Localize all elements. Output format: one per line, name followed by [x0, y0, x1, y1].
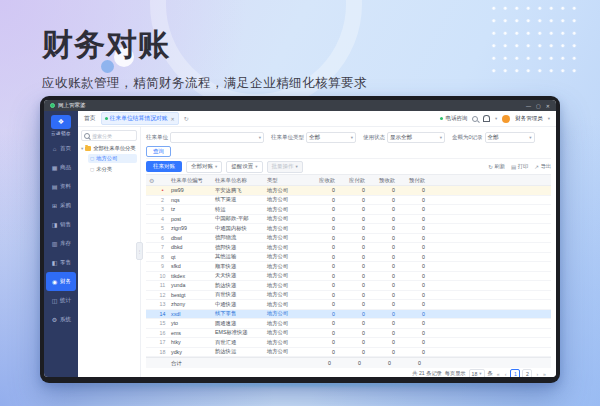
table-row[interactable]: •11 yunda 韵达快递 地方公司 0 0 0 0 — [146, 281, 551, 291]
panel-collapse-handle[interactable]: ⋮ — [136, 242, 143, 260]
summary-label: 合计 — [146, 360, 212, 367]
col-type[interactable]: 类型 — [264, 175, 308, 186]
prev-page-icon[interactable]: ‹ — [504, 371, 508, 377]
row-number-cell: •18 — [157, 347, 168, 357]
table-row[interactable]: •13 zhony 中通快递 地方公司 0 0 0 0 — [146, 300, 551, 310]
reconciliation-table: ⚙ 往来单位编号 往来单位名称 类型 应收款 应付款 预收款 预付款 — [146, 174, 551, 357]
unit-name-cell: 百世汇通 — [212, 338, 264, 348]
batch-actions-dropdown[interactable]: 批量操作 ▾ — [267, 161, 303, 173]
column-settings-gear-icon[interactable]: ⚙ — [146, 175, 157, 186]
payable-cell: 0 — [338, 214, 368, 224]
tree-search-input[interactable]: 搜索分类 — [81, 130, 137, 141]
payable-cell: 0 — [338, 205, 368, 215]
tree-node-label: 未分类 — [96, 166, 112, 173]
sidebar-item[interactable]: ◨ 销售 — [46, 215, 76, 234]
type-select[interactable]: 全部 ▾ — [306, 132, 356, 143]
sidebar-item[interactable]: ◫ 统计 — [46, 291, 76, 310]
next-page-icon[interactable]: › — [535, 371, 539, 377]
pagination: 共 21 条记录 每页显示 18 ▾ 条 « ‹ 12 — [146, 368, 551, 377]
row-mark-cell — [146, 233, 157, 243]
sidebar-item[interactable]: ▥ 库存 — [46, 234, 76, 253]
first-page-icon[interactable]: « — [496, 371, 501, 377]
all-reconcile-dropdown[interactable]: 全部对账 ▾ — [186, 161, 222, 173]
table-row[interactable]: •1 pw99 平安达腾飞 地方公司 0 0 0 0 — [146, 186, 551, 196]
zero-select[interactable]: 全部 ▾ — [485, 132, 535, 143]
row-number-cell: •10 — [157, 271, 168, 281]
row-mark-cell — [146, 186, 157, 196]
table-row[interactable]: •10 ttkdex 天天快递 地方公司 0 0 0 0 — [146, 271, 551, 281]
table-row[interactable]: •2 nqs 线下渠道 地方公司 0 0 0 0 — [146, 195, 551, 205]
tab-refresh-icon[interactable]: ↻ — [184, 115, 189, 122]
unit-name-cell: 圆通速递 — [212, 319, 264, 329]
search-icon[interactable] — [472, 116, 478, 122]
reconcile-button[interactable]: 往来对账 — [146, 161, 182, 172]
table-row[interactable]: •15 yto 圆通速递 地方公司 0 0 0 0 — [146, 319, 551, 329]
table-row[interactable]: •17 htky 百世汇通 地方公司 0 0 0 0 — [146, 338, 551, 348]
laptop-frame: 网上管家婆 — ▢ ✕ ❖ 云进销存 ⌂ 首页 — [40, 96, 560, 383]
col-receivable[interactable]: 应收款 — [308, 175, 338, 186]
sidebar-item[interactable]: ⚙ 系统 — [46, 310, 76, 329]
col-pre-payment[interactable]: 预付款 — [398, 175, 428, 186]
sidebar-item-label: 财务 — [60, 278, 71, 285]
table-row[interactable]: •12 bestgt 百世快递 地方公司 0 0 0 0 — [146, 290, 551, 300]
avatar[interactable] — [502, 115, 510, 123]
receivable-cell: 0 — [308, 290, 338, 300]
table-row[interactable]: •5 ztgn99 中通国内标快 地方公司 0 0 0 0 — [146, 224, 551, 234]
table-row[interactable]: •14 xxdl 线下零售 地方公司 0 0 0 0 — [146, 309, 551, 319]
unit-code-cell: sfkd — [168, 262, 212, 272]
sidebar-item[interactable]: ◧ 零售 — [46, 253, 76, 272]
bell-caret-icon[interactable]: ▾ — [495, 116, 497, 121]
table-row[interactable]: •8 qt 其他运输 地方公司 0 0 0 0 — [146, 252, 551, 262]
tree-node[interactable]: ▢ 未分类 — [88, 165, 137, 174]
page-button[interactable]: 1 — [510, 369, 520, 378]
remind-settings-dropdown[interactable]: 提醒设置 ▾ — [226, 161, 262, 173]
tab-close-icon[interactable]: ✕ — [171, 116, 175, 122]
unit-input[interactable]: ▾ — [170, 132, 264, 143]
sidebar-item[interactable]: ⊞ 采购 — [46, 196, 76, 215]
tab-home[interactable]: 首页 — [84, 114, 96, 123]
unit-code-cell: post — [168, 214, 212, 224]
tab-active[interactable]: 往来单位结算情况对账 ✕ — [101, 112, 179, 125]
maximize-icon[interactable]: ▢ — [536, 103, 541, 109]
table-row[interactable]: •16 ems EMS标准快递 地方公司 0 0 0 0 — [146, 328, 551, 338]
tree-node[interactable]: ▢ 地方公司 — [88, 154, 137, 163]
sidebar-item[interactable]: ◉ 财务 — [46, 272, 76, 291]
close-icon[interactable]: ✕ — [546, 103, 550, 109]
page-button[interactable]: 2 — [522, 369, 532, 378]
pre-receipt-cell: 0 — [368, 271, 398, 281]
print-link[interactable]: ▤ 打印 — [511, 163, 528, 170]
sidebar-item[interactable]: ▦ 商品 — [46, 158, 76, 177]
table-row[interactable]: •4 post 中国邮政-平邮 地方公司 0 0 0 0 — [146, 214, 551, 224]
col-code[interactable]: 往来单位编号 — [168, 175, 212, 186]
sidebar-item-label: 统计 — [60, 297, 71, 304]
query-button[interactable]: 查询 — [146, 146, 171, 157]
sidebar-item-icon: ▥ — [51, 240, 58, 247]
table-row[interactable]: •6 dbwl 德邦物流 地方公司 0 0 0 0 — [146, 233, 551, 243]
sidebar-item-label: 资料 — [60, 183, 71, 190]
col-pre-receipt[interactable]: 预收款 — [368, 175, 398, 186]
tree-root-node[interactable]: ▾ 全部往来单位分类 — [81, 145, 137, 152]
table-row[interactable]: •18 ydky 韵达快运 地方公司 0 0 0 0 — [146, 347, 551, 357]
pre-payment-cell: 0 — [398, 290, 428, 300]
table-row[interactable]: •3 tz 特运 地方公司 0 0 0 0 — [146, 205, 551, 215]
sidebar-item[interactable]: ⌂ 首页 — [46, 139, 76, 158]
minimize-icon[interactable]: — — [526, 103, 531, 109]
summary-row: 合计 0 0 0 0 — [146, 357, 551, 368]
user-caret-icon[interactable]: ▾ — [548, 116, 550, 121]
sidebar-item[interactable]: ▤ 资料 — [46, 177, 76, 196]
table-row[interactable]: •7 dbkd 德邦快递 地方公司 0 0 0 0 — [146, 243, 551, 253]
notification-bell-icon[interactable] — [483, 115, 490, 122]
page-subtitle: 应收账款管理，精简财务流程，满足企业精细化核算要求 — [42, 75, 367, 92]
col-name[interactable]: 往来单位名称 — [212, 175, 264, 186]
per-page-select[interactable]: 18 ▾ — [469, 369, 485, 378]
last-page-icon[interactable]: » — [542, 371, 547, 377]
table-row[interactable]: •9 sfkd 顺丰快递 地方公司 0 0 0 0 — [146, 262, 551, 272]
export-link[interactable]: ↗ 导出 — [534, 163, 551, 170]
status-select[interactable]: 显示全部 ▾ — [387, 132, 445, 143]
tree-caret-icon: ▾ — [81, 146, 83, 151]
col-payable[interactable]: 应付款 — [338, 175, 368, 186]
phone-support[interactable]: 电话咨询 — [440, 115, 467, 122]
unit-code-cell: yunda — [168, 281, 212, 291]
user-name[interactable]: 财务管理员 — [515, 115, 543, 122]
refresh-link[interactable]: ↻ 刷新 — [488, 163, 505, 170]
